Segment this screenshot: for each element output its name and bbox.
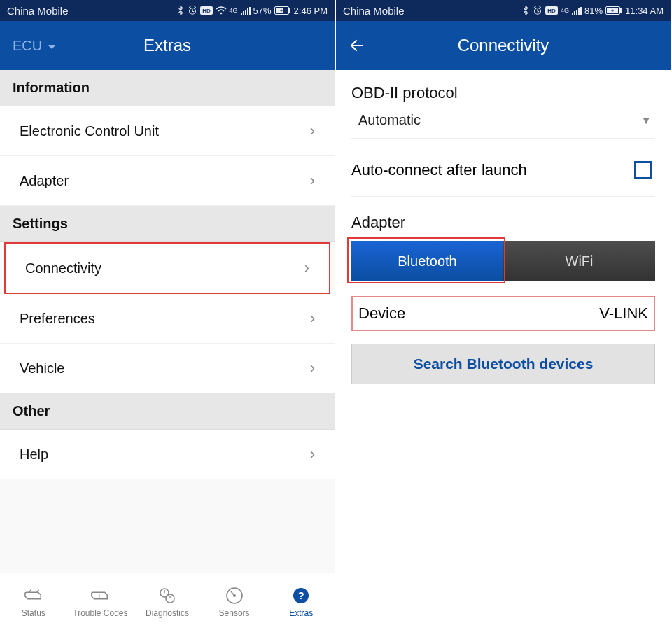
- nav-trouble-codes[interactable]: ! Trouble Codes: [67, 573, 134, 630]
- svg-rect-27: [580, 7, 582, 15]
- search-bluetooth-button[interactable]: Search Bluetooth devices: [351, 344, 655, 384]
- row-adapter[interactable]: Adapter ›: [0, 156, 335, 206]
- diagnostics-icon: [158, 586, 177, 606]
- ecu-dropdown[interactable]: ECU: [13, 38, 56, 54]
- seg-label: Bluetooth: [398, 253, 457, 270]
- row-label: Electronic Control Unit: [20, 123, 159, 139]
- signal-icon: [572, 6, 582, 15]
- protocol-dropdown[interactable]: Automatic ▼: [351, 112, 655, 139]
- nav-label: Extras: [289, 608, 313, 618]
- page-title: Extras: [144, 36, 191, 55]
- hd-icon: HD: [200, 6, 213, 15]
- svg-rect-24: [574, 11, 575, 15]
- svg-text:HD: HD: [547, 8, 556, 14]
- row-ecu[interactable]: Electronic Control Unit ›: [0, 106, 335, 156]
- nav-label: Trouble Codes: [73, 608, 127, 618]
- svg-text:?: ?: [298, 589, 304, 601]
- status-bar: China Mobile HD 4G 81% + 11:34 AM: [336, 0, 671, 21]
- svg-text:HD: HD: [202, 8, 211, 14]
- chevron-right-icon: ›: [310, 122, 315, 140]
- svg-rect-10: [289, 8, 290, 13]
- svg-rect-8: [249, 7, 251, 15]
- row-label: Connectivity: [25, 260, 102, 276]
- battery-icon: +: [274, 6, 291, 15]
- row-label: Help: [20, 447, 48, 463]
- back-arrow-icon: [349, 37, 365, 54]
- clock: 11:34 AM: [625, 6, 664, 16]
- bluetooth-icon: [176, 6, 185, 15]
- phone-left-extras: China Mobile HD 4G 57% + 2:46 PM: [0, 0, 336, 630]
- section-settings: Settings: [0, 206, 335, 242]
- app-bar: Connectivity: [336, 21, 671, 70]
- nav-status[interactable]: Status: [0, 573, 67, 630]
- signal-tag: 4G: [230, 8, 238, 14]
- chevron-right-icon: ›: [310, 309, 315, 328]
- protocol-value: Automatic: [358, 112, 421, 128]
- nav-extras[interactable]: ? Extras: [267, 573, 335, 630]
- chevron-down-icon: [48, 38, 56, 54]
- wifi-icon: [216, 6, 227, 15]
- caret-down-icon: ▼: [641, 115, 651, 126]
- battery-percent: 81%: [584, 6, 603, 16]
- back-button[interactable]: [349, 37, 365, 54]
- search-button-label: Search Bluetooth devices: [414, 356, 594, 372]
- adapter-segment: Bluetooth WiFi: [351, 241, 655, 281]
- svg-text:+: +: [279, 8, 283, 14]
- phone-right-connectivity: China Mobile HD 4G 81% + 11:34 AM: [336, 0, 672, 630]
- adapter-label: Adapter: [351, 214, 655, 232]
- row-help[interactable]: Help ›: [0, 430, 335, 479]
- clock: 2:46 PM: [294, 6, 328, 16]
- status-icon: [24, 586, 43, 606]
- extras-icon: ?: [291, 586, 311, 606]
- chevron-right-icon: ›: [304, 259, 309, 277]
- chevron-right-icon: ›: [310, 445, 315, 463]
- carrier-label: China Mobile: [7, 5, 69, 17]
- bluetooth-icon: [522, 6, 530, 15]
- chevron-right-icon: ›: [310, 172, 315, 190]
- nav-sensors[interactable]: Sensors: [201, 573, 268, 630]
- autoconnect-row[interactable]: Auto-connect after launch: [351, 158, 655, 197]
- svg-rect-25: [576, 10, 578, 15]
- app-bar: ECU Extras: [0, 21, 335, 70]
- autoconnect-checkbox[interactable]: [634, 161, 652, 179]
- carrier-label: China Mobile: [343, 5, 405, 17]
- alarm-icon: [533, 6, 542, 15]
- page-title: Connectivity: [458, 36, 550, 55]
- nav-label: Status: [22, 608, 46, 618]
- row-vehicle[interactable]: Vehicle ›: [0, 344, 335, 393]
- status-bar: China Mobile HD 4G 57% + 2:46 PM: [0, 0, 335, 21]
- sensors-icon: [225, 586, 244, 606]
- seg-label: WiFi: [566, 253, 594, 270]
- row-label: Adapter: [20, 173, 69, 189]
- signal-icon: [241, 6, 251, 15]
- svg-text:!: !: [99, 592, 101, 598]
- svg-point-3: [220, 13, 222, 15]
- nav-label: Diagnostics: [146, 608, 189, 618]
- row-connectivity[interactable]: Connectivity ›: [4, 242, 330, 294]
- svg-rect-4: [241, 13, 242, 15]
- autoconnect-label: Auto-connect after launch: [351, 161, 527, 179]
- nav-label: Sensors: [219, 608, 250, 618]
- battery-percent: 57%: [253, 6, 272, 16]
- device-row[interactable]: Device V-LINK: [351, 296, 655, 331]
- content-area: OBD-II protocol Automatic ▼ Auto-connect…: [336, 70, 671, 630]
- svg-text:+: +: [611, 8, 615, 14]
- ecu-dropdown-label: ECU: [13, 38, 42, 54]
- row-label: Vehicle: [20, 360, 65, 377]
- row-label: Preferences: [20, 311, 95, 327]
- row-preferences[interactable]: Preferences ›: [0, 294, 335, 344]
- adapter-bluetooth-button[interactable]: Bluetooth: [351, 241, 503, 281]
- protocol-label: OBD-II protocol: [351, 84, 655, 102]
- nav-diagnostics[interactable]: Diagnostics: [134, 573, 201, 630]
- svg-rect-6: [245, 10, 246, 15]
- battery-icon: +: [606, 6, 622, 15]
- trouble-codes-icon: !: [90, 586, 110, 606]
- device-label: Device: [358, 304, 405, 323]
- bottom-nav: Status ! Trouble Codes Diagnostics Senso…: [0, 573, 335, 630]
- section-other: Other: [0, 393, 335, 430]
- adapter-wifi-button[interactable]: WiFi: [503, 241, 655, 281]
- alarm-icon: [188, 6, 197, 15]
- chevron-right-icon: ›: [310, 359, 315, 377]
- hd-icon: HD: [545, 6, 558, 15]
- svg-rect-26: [578, 8, 580, 15]
